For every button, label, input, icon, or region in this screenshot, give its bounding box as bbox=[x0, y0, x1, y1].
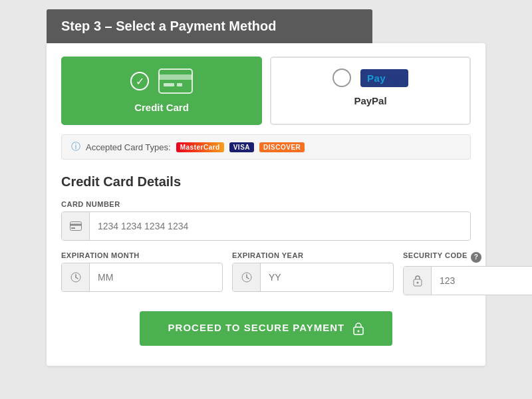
page-container: Step 3 – Select a Payment Method ✓ Credi… bbox=[0, 0, 532, 399]
expiration-year-input[interactable] bbox=[261, 265, 393, 289]
discover-badge: DISCOVER bbox=[259, 142, 305, 152]
security-code-input-group bbox=[403, 266, 532, 295]
selected-checkmark: ✓ bbox=[130, 72, 149, 90]
credit-card-icon bbox=[158, 68, 193, 94]
proceed-button-container: PROCEED TO SECURE PAYMENT bbox=[61, 295, 471, 346]
card-number-label: CARD NUMBER bbox=[61, 200, 471, 208]
proceed-button[interactable]: PROCEED TO SECURE PAYMENT bbox=[140, 311, 392, 346]
mastercard-badge: MasterCard bbox=[176, 142, 224, 152]
security-code-field: SECURITY CODE ? bbox=[403, 251, 532, 295]
svg-point-14 bbox=[416, 282, 418, 284]
paypal-logo: PayPal bbox=[360, 69, 408, 87]
accepted-cards-bar: ⓘ Accepted Card Types: MasterCard VISA D… bbox=[61, 134, 471, 160]
expiration-month-icon bbox=[62, 263, 90, 291]
proceed-button-label: PROCEED TO SECURE PAYMENT bbox=[168, 322, 345, 333]
svg-rect-6 bbox=[71, 227, 75, 229]
content-area: ✓ Credit Card PayPal bbox=[47, 43, 485, 366]
security-code-icon bbox=[404, 267, 432, 295]
header-bar: Step 3 – Select a Payment Method bbox=[47, 9, 372, 43]
payment-options: ✓ Credit Card PayPal bbox=[61, 57, 471, 125]
expiration-year-icon bbox=[233, 263, 261, 291]
svg-rect-0 bbox=[159, 69, 192, 93]
svg-line-9 bbox=[76, 277, 78, 279]
paypal-option[interactable]: PayPal PayPal bbox=[270, 57, 471, 125]
credit-card-details-section: Credit Card Details CARD NUMBER bbox=[61, 174, 471, 295]
page-title: Step 3 – Select a Payment Method bbox=[61, 19, 276, 33]
security-code-label: SECURITY CODE bbox=[403, 251, 467, 259]
security-code-input[interactable] bbox=[432, 269, 532, 293]
expiration-year-input-group bbox=[232, 263, 394, 292]
svg-line-12 bbox=[247, 277, 249, 279]
expiration-year-field: EXPIRATION YEAR bbox=[232, 251, 394, 295]
lock-icon bbox=[353, 322, 364, 335]
expiration-month-input[interactable] bbox=[90, 265, 222, 289]
expiration-year-label: EXPIRATION YEAR bbox=[232, 251, 394, 259]
card-number-field: CARD NUMBER bbox=[61, 200, 471, 241]
three-fields-row: EXPIRATION MONTH EXP bbox=[61, 251, 471, 295]
svg-rect-2 bbox=[164, 83, 174, 86]
card-number-input-group bbox=[61, 211, 471, 241]
credit-card-option[interactable]: ✓ Credit Card bbox=[61, 57, 262, 125]
expiration-month-field: EXPIRATION MONTH bbox=[61, 251, 223, 295]
section-title: Credit Card Details bbox=[61, 174, 471, 190]
svg-rect-5 bbox=[70, 224, 81, 226]
credit-card-label: Credit Card bbox=[134, 102, 189, 113]
accepted-cards-label: Accepted Card Types: bbox=[86, 142, 171, 152]
paypal-label: PayPal bbox=[354, 95, 386, 106]
expiration-month-label: EXPIRATION MONTH bbox=[61, 251, 223, 259]
card-number-icon bbox=[62, 212, 90, 240]
card-number-input[interactable] bbox=[90, 214, 470, 238]
svg-point-16 bbox=[358, 331, 360, 332]
paypal-radio[interactable] bbox=[332, 68, 351, 87]
svg-rect-1 bbox=[159, 74, 192, 80]
help-icon[interactable]: ? bbox=[471, 252, 481, 263]
svg-rect-3 bbox=[177, 83, 182, 86]
expiration-month-input-group bbox=[61, 263, 223, 292]
security-code-label-row: SECURITY CODE ? bbox=[403, 251, 532, 263]
svg-rect-4 bbox=[70, 222, 81, 231]
info-icon: ⓘ bbox=[71, 141, 80, 153]
visa-badge: VISA bbox=[229, 142, 254, 152]
